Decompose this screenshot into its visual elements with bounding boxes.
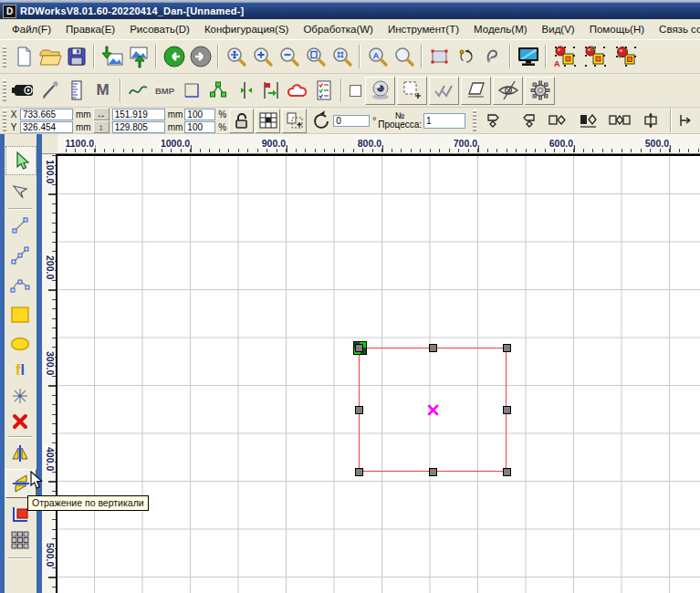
metric-m-button[interactable]: M xyxy=(89,78,116,104)
align-flag-button[interactable] xyxy=(257,78,284,104)
h-ruler-label: 700.0 xyxy=(453,139,478,149)
toolbar-grip[interactable] xyxy=(3,109,6,131)
hide-eye-button[interactable] xyxy=(493,77,523,105)
menu-item-6[interactable]: Модель(M) xyxy=(466,21,535,37)
curve-smooth-button[interactable] xyxy=(125,78,151,104)
array-copy-button[interactable] xyxy=(5,526,35,554)
menu-item-4[interactable]: Обработка(W) xyxy=(296,21,381,37)
height-input[interactable] xyxy=(112,121,165,133)
rotate-input[interactable] xyxy=(333,115,370,127)
redo-button[interactable] xyxy=(187,44,214,70)
zoom-page-button[interactable] xyxy=(302,44,329,70)
x-input[interactable] xyxy=(20,109,73,120)
menu-item-2[interactable]: Рисовать(D) xyxy=(122,21,197,37)
scale-y-input[interactable] xyxy=(184,121,215,133)
height-lock-icon[interactable]: ↕ xyxy=(93,120,110,133)
array-table-button[interactable] xyxy=(256,109,280,133)
zoom-in-button[interactable] xyxy=(249,44,276,70)
y-input[interactable] xyxy=(20,121,73,133)
curve-edit-button[interactable] xyxy=(479,44,506,70)
polyline-tool-button[interactable] xyxy=(5,242,35,269)
preview-monitor-button[interactable] xyxy=(515,44,541,70)
toolbar-grip[interactable] xyxy=(3,79,6,101)
menu-item-9[interactable]: Связь со всевышнем xyxy=(652,21,700,37)
node-edit-tool-button[interactable] xyxy=(5,177,35,204)
mirror-horizontal-button[interactable] xyxy=(5,440,35,467)
mirror-b-button[interactable] xyxy=(516,109,538,131)
selection-handle[interactable] xyxy=(503,344,511,352)
process-number-input[interactable] xyxy=(423,113,465,129)
zoom-all-button[interactable] xyxy=(329,44,355,70)
rotate-select-button[interactable] xyxy=(453,44,479,70)
delete-button[interactable] xyxy=(5,408,35,435)
menu-item-0[interactable]: Файл(F) xyxy=(5,21,58,37)
work-canvas[interactable] xyxy=(57,156,700,593)
text-tool-button[interactable]: f I xyxy=(5,357,35,384)
export-button[interactable] xyxy=(125,44,151,70)
selection-handle[interactable] xyxy=(503,406,511,414)
menu-item-3[interactable]: Конфигурация(S) xyxy=(197,21,297,37)
menu-item-7[interactable]: Вид(V) xyxy=(535,21,582,37)
menu-item-1[interactable]: Правка(E) xyxy=(58,21,122,37)
selection-handle[interactable] xyxy=(503,468,511,476)
selection-handle[interactable] xyxy=(355,344,363,352)
zoom-out-button[interactable] xyxy=(276,44,302,70)
selection-handle[interactable] xyxy=(355,468,363,476)
new-file-button[interactable] xyxy=(10,44,37,70)
import-button[interactable] xyxy=(99,44,125,70)
width-input[interactable] xyxy=(112,109,165,120)
undo-button[interactable] xyxy=(161,44,187,70)
toolbar-grip[interactable] xyxy=(3,46,6,68)
ruler-tick xyxy=(554,149,555,152)
selection-handle[interactable] xyxy=(429,468,437,476)
size-width-button[interactable] xyxy=(547,109,569,131)
selection-handle[interactable] xyxy=(429,344,437,352)
select-frame-button[interactable] xyxy=(426,44,453,70)
ruler-tool-button[interactable] xyxy=(63,78,89,104)
rect-frame-button[interactable] xyxy=(178,78,204,104)
simulate-select-button[interactable] xyxy=(580,45,611,69)
ruler-tick xyxy=(85,149,86,152)
cut-list-button[interactable] xyxy=(310,78,337,104)
copy-offset-button[interactable] xyxy=(282,109,307,133)
scale-x-input[interactable] xyxy=(184,109,215,120)
toolbar-grip[interactable] xyxy=(473,109,476,131)
toolbar-separator xyxy=(421,45,423,68)
simulate-all-button[interactable] xyxy=(611,45,641,69)
menu-item-8[interactable]: Помощь(H) xyxy=(582,21,652,37)
rectangle-tool-button[interactable] xyxy=(5,301,35,328)
line-tool-button[interactable] xyxy=(5,212,35,239)
open-file-button[interactable] xyxy=(37,44,63,70)
toolbar-separator xyxy=(217,45,219,68)
menu-item-5[interactable]: Инструмент(T) xyxy=(381,21,466,37)
ellipse-tool-button[interactable] xyxy=(5,330,35,358)
mirror-a-button[interactable] xyxy=(485,109,507,131)
center-object-button[interactable] xyxy=(640,109,662,131)
settings-gear-button[interactable] xyxy=(525,77,555,105)
selection-handle[interactable] xyxy=(355,406,363,414)
lock-ratio-button[interactable] xyxy=(229,109,254,133)
simulate-output-button[interactable]: A xyxy=(550,45,580,69)
size-height-button[interactable] xyxy=(578,109,600,131)
select-tool-button[interactable] xyxy=(5,146,37,175)
laser-head-button[interactable] xyxy=(10,78,37,104)
bezier-tool-button[interactable] xyxy=(5,272,35,299)
zoom-view-button[interactable] xyxy=(391,44,417,70)
camera-button[interactable] xyxy=(365,77,395,105)
width-lock-icon[interactable]: ↔ xyxy=(93,108,110,120)
cloud-outline-button[interactable] xyxy=(284,78,310,104)
zoom-pan-button[interactable] xyxy=(223,44,249,70)
edge-partial-icon[interactable] xyxy=(675,109,697,131)
point-tool-button[interactable] xyxy=(5,382,35,410)
skew-button[interactable] xyxy=(461,77,491,105)
option-checkbox[interactable] xyxy=(346,78,364,104)
size-both-button[interactable] xyxy=(609,109,631,131)
save-button[interactable] xyxy=(63,44,89,70)
zoom-selection-button[interactable]: A xyxy=(364,44,391,70)
double-check-button[interactable] xyxy=(429,77,459,105)
node-tree-button[interactable] xyxy=(204,78,231,104)
align-center-line-button[interactable] xyxy=(231,78,257,104)
pick-pen-button[interactable] xyxy=(37,78,63,104)
bmp-tool-button[interactable]: BMP xyxy=(151,78,178,104)
trace-area-button[interactable] xyxy=(397,77,427,105)
